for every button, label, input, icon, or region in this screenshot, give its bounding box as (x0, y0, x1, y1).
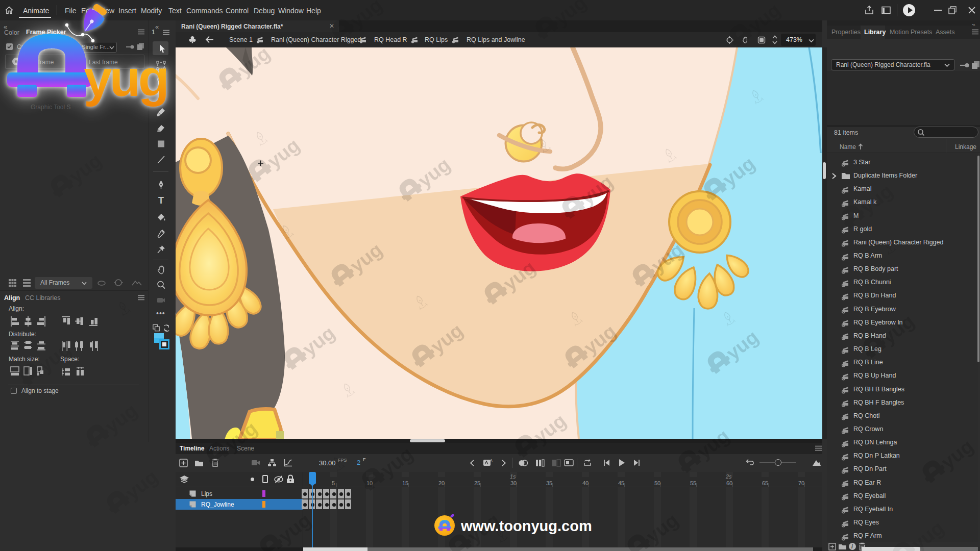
svg-text:yug: yug (84, 49, 167, 107)
svg-text:A: A (490, 459, 493, 462)
svg-text:www.toonyug.com: www.toonyug.com (460, 518, 592, 534)
